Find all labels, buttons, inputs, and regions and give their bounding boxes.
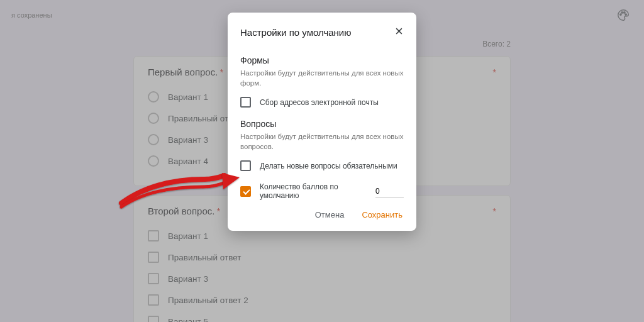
default-points-input[interactable] (375, 186, 404, 197)
checkbox-checked-icon (240, 186, 251, 197)
cancel-button[interactable]: Отмена (314, 208, 346, 222)
checkbox-icon (240, 160, 251, 171)
checkbox-icon (240, 97, 251, 108)
setting-label: Количество баллов по умолчанию (260, 182, 375, 200)
close-icon (394, 26, 404, 36)
default-points-setting[interactable]: Количество баллов по умолчанию (240, 182, 404, 200)
default-settings-dialog: Настройки по умолчанию Формы Настройки б… (228, 13, 416, 231)
forms-section-title: Формы (240, 55, 404, 65)
setting-label: Делать новые вопросы обязательными (260, 162, 397, 170)
save-button[interactable]: Сохранить (360, 208, 404, 222)
questions-section-title: Вопросы (240, 119, 404, 129)
dialog-title: Настройки по умолчанию (240, 27, 352, 38)
questions-section-description: Настройки будут действительны для всех н… (240, 131, 404, 152)
collect-emails-setting[interactable]: Сбор адресов электронной почты (240, 97, 404, 108)
close-button[interactable] (394, 26, 404, 38)
forms-section-description: Настройки будут действительны для всех н… (240, 68, 404, 88)
setting-label: Сбор адресов электронной почты (260, 98, 379, 107)
make-required-setting[interactable]: Делать новые вопросы обязательными (240, 160, 404, 171)
